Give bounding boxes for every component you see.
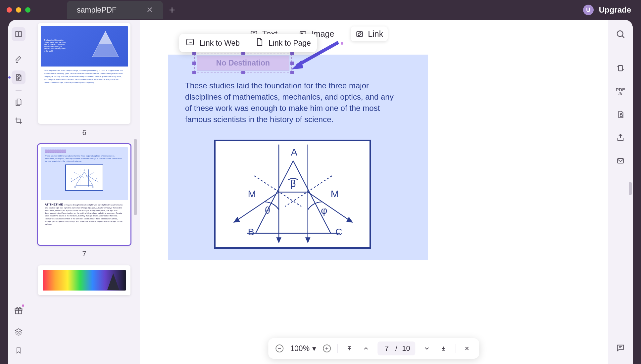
thumb7-text: These studies laid the foundation for th… (45, 155, 124, 162)
new-tab-button[interactable]: + (169, 4, 175, 16)
resize-handle[interactable] (192, 52, 196, 55)
thumb8-image (43, 270, 126, 291)
svg-rect-39 (620, 115, 622, 116)
indicator-dot (341, 42, 343, 45)
window-close[interactable] (7, 7, 12, 13)
page-content: Text Image Link URL Link to Web Link to … (140, 20, 608, 364)
svg-rect-38 (618, 66, 622, 71)
link-icon (355, 30, 364, 38)
zoom-in-button[interactable]: + (323, 344, 331, 352)
tab-title: samplePDF (77, 6, 117, 15)
comment-icon[interactable] (614, 341, 627, 354)
close-toolbar-button[interactable] (462, 343, 472, 353)
resize-handle[interactable] (192, 62, 196, 65)
zoom-out-button[interactable]: − (275, 344, 283, 352)
lock-page-icon[interactable] (614, 108, 627, 121)
notification-dot (22, 304, 24, 307)
resize-handle[interactable] (241, 71, 245, 74)
resize-handle[interactable] (192, 71, 196, 74)
prev-page-button[interactable] (361, 343, 371, 353)
thumb6-caption: The founder of kinematics. Galileo Galil… (44, 39, 67, 52)
svg-marker-36 (347, 217, 352, 222)
svg-line-28 (234, 192, 279, 222)
traffic-lights (7, 7, 30, 13)
page-icon (255, 37, 264, 49)
label-C: C (335, 226, 342, 237)
last-page-button[interactable] (439, 343, 449, 353)
sidebar-bookmark-icon[interactable] (12, 343, 25, 357)
divider (247, 37, 247, 49)
link-to-web[interactable]: URL Link to Web (185, 37, 240, 49)
upgrade-area[interactable]: U Upgrade (583, 5, 631, 15)
svg-text:M: M (96, 178, 98, 180)
sidebar-highlight-icon[interactable] (12, 52, 25, 66)
window-maximize[interactable] (25, 7, 30, 13)
svg-text:B: B (74, 186, 76, 188)
url-icon: URL (185, 37, 195, 49)
first-page-button[interactable] (344, 343, 354, 353)
label-M1: M (248, 188, 256, 199)
link-annotation-box[interactable]: No Destination (197, 56, 289, 70)
label-beta: β (290, 178, 296, 189)
svg-marker-3 (99, 31, 113, 44)
sidebar-crop-icon[interactable] (12, 114, 25, 128)
upgrade-label: Upgrade (599, 5, 631, 15)
thumb7-body: AT THETIMEeveryone thought that white li… (41, 200, 128, 228)
thumbnail-6[interactable]: The founder of kinematics. Galileo Galil… (38, 23, 130, 137)
link-to-page[interactable]: Link to Page (255, 37, 311, 49)
pdfa-icon[interactable]: PDF/A (614, 85, 627, 98)
divider (16, 47, 22, 47)
bottom-toolbar: − 100% ▾ + / 10 (268, 338, 479, 359)
svg-marker-6 (76, 172, 93, 186)
svg-rect-40 (617, 159, 623, 163)
left-sidebar (8, 20, 29, 364)
link-submenu: URL Link to Web Link to Page (179, 34, 317, 52)
svg-text:A: A (84, 169, 85, 171)
thumbnail-8[interactable] (38, 265, 130, 295)
sidebar-gift-icon[interactable] (12, 304, 25, 318)
main-scrollbar[interactable] (629, 182, 632, 195)
thumb7-number: 7 (38, 250, 130, 258)
resize-handle[interactable] (290, 71, 294, 74)
resize-handle[interactable] (290, 52, 294, 55)
resize-handle[interactable] (241, 52, 245, 55)
svg-marker-34 (306, 238, 310, 242)
sidebar-layers-icon[interactable] (12, 325, 25, 339)
resize-handle[interactable] (290, 62, 294, 65)
divider (16, 90, 22, 91)
sidebar-reader-icon[interactable] (12, 27, 25, 41)
label-theta: θ (265, 205, 270, 216)
divider (617, 51, 624, 51)
mail-icon[interactable] (614, 155, 627, 167)
sidebar-pages-icon[interactable] (12, 95, 25, 109)
label-B: B (248, 226, 255, 237)
svg-line-29 (308, 192, 352, 222)
zoom-level[interactable]: 100% ▾ (290, 344, 316, 353)
page-input[interactable] (383, 344, 391, 353)
main-window: The founder of kinematics. Galileo Galil… (8, 20, 633, 364)
page-text[interactable]: These studies laid the foundation for th… (185, 80, 397, 125)
total-pages: 10 (402, 344, 410, 353)
avatar: U (583, 5, 594, 15)
chevron-down-icon: ▾ (312, 344, 316, 353)
label-M2: M (331, 188, 339, 199)
label-phi: φ (321, 205, 327, 216)
search-icon[interactable] (614, 28, 627, 40)
page-indicator: / 10 (377, 341, 416, 355)
thumbnail-7[interactable]: These studies laid the foundation for th… (38, 144, 130, 258)
rotate-icon[interactable] (614, 62, 627, 74)
next-page-button[interactable] (422, 343, 432, 353)
thumb-scrollbar[interactable] (134, 139, 137, 215)
sidebar-edit-icon[interactable] (12, 70, 25, 84)
tool-link[interactable]: Link (351, 26, 388, 41)
divider (337, 344, 338, 353)
share-icon[interactable] (614, 131, 627, 144)
tab-samplepdf[interactable]: samplePDF ✕ (67, 1, 163, 19)
svg-text:M: M (71, 178, 73, 180)
active-indicator (8, 76, 11, 79)
window-minimize[interactable] (16, 7, 21, 13)
tab-close-icon[interactable]: ✕ (146, 5, 153, 15)
label-A: A (291, 147, 298, 158)
prism-diagram: A M M β θ φ B C (214, 140, 371, 249)
svg-marker-35 (234, 217, 239, 222)
